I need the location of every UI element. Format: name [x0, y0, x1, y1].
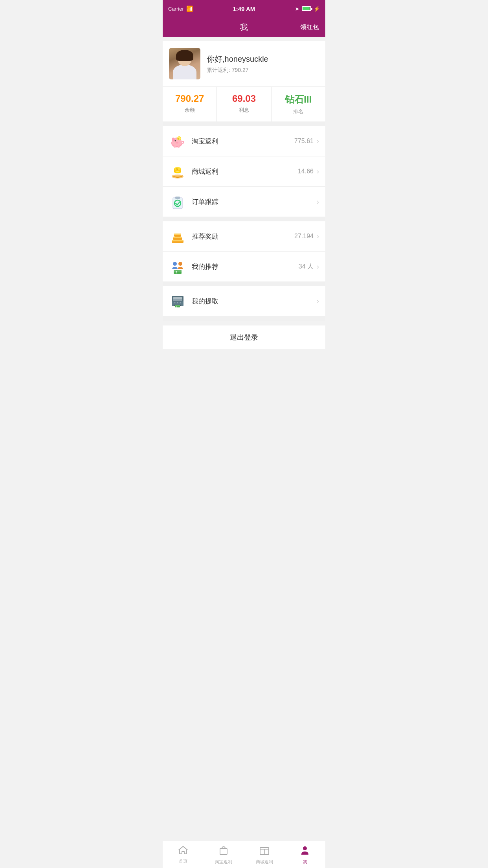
svg-rect-24 — [172, 240, 183, 241]
menu-section-1: $ 淘宝返利 775.61 › — [163, 126, 325, 217]
menu-label-taobao: 淘宝返利 — [192, 137, 294, 146]
menu-item-taobao-rebate[interactable]: $ 淘宝返利 775.61 › — [163, 126, 325, 156]
stat-balance-label: 余额 — [163, 107, 216, 114]
section-divider-2 — [163, 217, 325, 221]
profile-section: 你好,honeysuckle 累计返利: 790.27 — [163, 41, 325, 86]
menu-section-2: 推荐奖励 27.194 › $ 我的推荐 34 人 › — [163, 221, 325, 281]
menu-item-withdrawal[interactable]: $ 我的提取 › — [163, 286, 325, 316]
logout-button[interactable]: 退出登录 — [163, 326, 325, 349]
logout-section: 退出登录 — [163, 326, 325, 349]
svg-point-30 — [178, 262, 182, 266]
piggy-icon: $ — [169, 133, 186, 149]
menu-value-reward: 27.194 — [294, 233, 314, 240]
svg-rect-37 — [173, 297, 182, 299]
stat-balance[interactable]: 790.27 余额 — [163, 87, 217, 121]
order-icon — [169, 193, 186, 210]
status-left: Carrier 📶 — [168, 6, 193, 12]
header-title: 我 — [240, 22, 248, 33]
chevron-taobao: › — [317, 137, 319, 145]
svg-point-40 — [180, 302, 181, 303]
svg-point-4 — [175, 140, 176, 142]
menu-icon-order — [169, 193, 186, 210]
svg-rect-11 — [178, 146, 180, 148]
battery-icon — [302, 6, 311, 11]
svg-point-39 — [177, 302, 178, 303]
stat-interest-value: 69.03 — [217, 93, 271, 104]
stat-rank[interactable]: 钻石III 排名 — [272, 87, 325, 121]
chevron-reward: › — [317, 232, 319, 241]
chevron-withdrawal: › — [317, 297, 319, 305]
menu-section-3: $ 我的提取 › — [163, 286, 325, 316]
svg-text:$: $ — [176, 271, 177, 274]
menu-icon-mall: $ — [169, 163, 186, 180]
svg-rect-26 — [173, 237, 182, 238]
profile-subtitle: 累计返利: 790.27 — [207, 67, 268, 74]
location-icon: ➤ — [295, 6, 299, 12]
svg-rect-28 — [174, 234, 181, 235]
wifi-icon: 📶 — [186, 6, 193, 12]
menu-label-team: 我的推荐 — [192, 262, 299, 271]
section-divider-4 — [163, 316, 325, 321]
chevron-order: › — [317, 198, 319, 206]
mall-icon: $ — [169, 163, 186, 180]
status-right: ➤ ⚡ — [295, 6, 320, 12]
svg-text:$: $ — [176, 305, 177, 308]
menu-value-taobao: 775.61 — [294, 138, 314, 145]
menu-label-order: 订单跟踪 — [192, 197, 314, 206]
profile-info: 你好,honeysuckle 累计返利: 790.27 — [207, 54, 268, 74]
menu-icon-atm: $ — [169, 292, 186, 310]
svg-point-3 — [172, 138, 175, 142]
profile-username: 你好,honeysuckle — [207, 54, 268, 64]
menu-item-mall-rebate[interactable]: $ 商城返利 14.66 › — [163, 156, 325, 187]
svg-rect-32 — [174, 270, 182, 272]
menu-label-reward: 推荐奖励 — [192, 232, 294, 241]
stats-row: 790.27 余额 69.03 利息 钻石III 排名 — [163, 86, 325, 121]
menu-label-mall: 商城返利 — [192, 167, 298, 176]
status-time: 1:49 AM — [233, 6, 255, 12]
section-divider-1 — [163, 121, 325, 126]
svg-point-38 — [174, 302, 176, 303]
section-divider-3 — [163, 281, 325, 286]
svg-text:$: $ — [176, 167, 178, 170]
stat-interest-label: 利息 — [217, 107, 271, 114]
reward-icon — [169, 228, 186, 245]
menu-item-my-referrals[interactable]: $ 我的推荐 34 人 › — [163, 252, 325, 281]
menu-icon-reward — [169, 228, 186, 245]
menu-icon-team: $ — [169, 258, 186, 275]
menu-icon-taobao: $ — [169, 132, 186, 150]
svg-point-5 — [176, 142, 178, 143]
chevron-mall: › — [317, 167, 319, 176]
carrier-label: Carrier — [168, 6, 184, 12]
atm-icon: $ — [169, 293, 186, 309]
menu-item-order-tracking[interactable]: 订单跟踪 › — [163, 187, 325, 217]
svg-point-29 — [173, 262, 177, 266]
header-right-action[interactable]: 领红包 — [300, 23, 319, 31]
avatar[interactable] — [169, 48, 200, 79]
bolt-icon: ⚡ — [314, 6, 320, 12]
svg-rect-10 — [174, 146, 176, 148]
stat-rank-label: 排名 — [272, 108, 325, 115]
page-header: 我 领红包 — [163, 17, 325, 37]
stat-balance-value: 790.27 — [163, 93, 216, 104]
menu-item-referral-reward[interactable]: 推荐奖励 27.194 › — [163, 221, 325, 252]
status-bar: Carrier 📶 1:49 AM ➤ ⚡ — [163, 0, 325, 17]
stat-rank-value: 钻石III — [272, 93, 325, 106]
menu-value-team: 34 人 — [299, 263, 314, 271]
menu-value-mall: 14.66 — [298, 168, 314, 175]
team-icon: $ — [169, 258, 186, 275]
stat-interest[interactable]: 69.03 利息 — [217, 87, 271, 121]
svg-rect-21 — [175, 197, 180, 199]
menu-label-withdrawal: 我的提取 — [192, 297, 314, 306]
chevron-team: › — [317, 263, 319, 271]
